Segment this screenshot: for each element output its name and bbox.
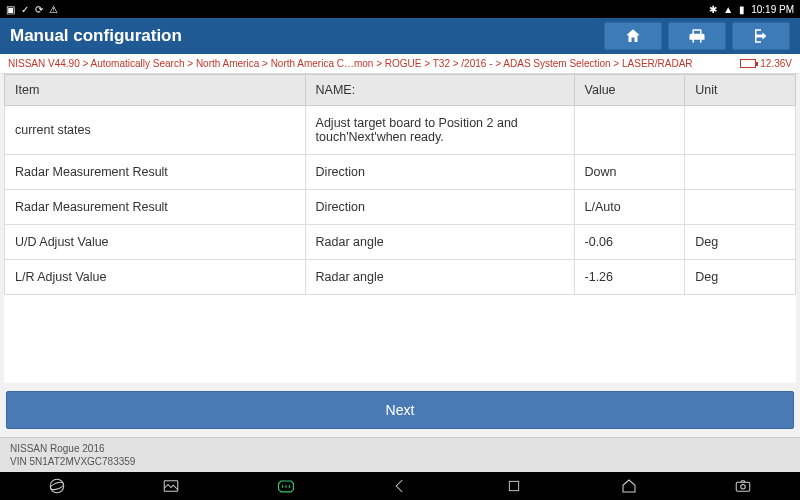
data-table-wrap: Item NAME: Value Unit current statesAdju… [4,74,796,383]
cell-item: current states [5,106,306,155]
nav-back-button[interactable] [389,475,411,497]
data-table: Item NAME: Value Unit current statesAdju… [4,74,796,295]
cell-item: U/D Adjust Value [5,225,306,260]
cell-value: -1.26 [574,260,685,295]
app-window: Manual configuration NISSAN V44.90 > Aut… [0,18,800,472]
cell-name: Adjust target board to Position 2 and to… [305,106,574,155]
print-button[interactable] [668,22,726,50]
page-title: Manual configuration [10,26,182,46]
title-bar: Manual configuration [0,18,800,54]
cell-value: L/Auto [574,190,685,225]
nav-home-button[interactable] [618,475,640,497]
table-row: L/R Adjust ValueRadar angle-1.26Deg [5,260,796,295]
cell-unit [685,106,796,155]
col-header-item: Item [5,75,306,106]
button-row: Next [0,383,800,437]
home-button[interactable] [604,22,662,50]
square-icon [506,478,522,494]
warning-icon: ⚠ [49,4,58,15]
col-header-unit: Unit [685,75,796,106]
cell-value [574,106,685,155]
col-header-name: NAME: [305,75,574,106]
print-icon [688,27,706,45]
check-icon: ✓ [21,4,29,15]
cell-value: -0.06 [574,225,685,260]
battery-outline-icon [740,59,756,68]
globe-icon [48,477,66,495]
cell-item: Radar Measurement Result [5,190,306,225]
cell-value: Down [574,155,685,190]
exit-button[interactable] [732,22,790,50]
footer-info: NISSAN Rogue 2016 VIN 5N1AT2MVXGC783359 [0,437,800,472]
cell-name: Radar angle [305,260,574,295]
nav-diagnostic-button[interactable] [275,475,297,497]
breadcrumb: NISSAN V44.90 > Automatically Search > N… [0,54,800,74]
table-row: Radar Measurement ResultDirectionDown [5,155,796,190]
vci-icon [276,478,296,494]
back-icon [391,477,409,495]
voltage-indicator: 12.36V [740,58,792,69]
clock: 10:19 PM [751,4,794,15]
android-nav-bar [0,472,800,500]
footer-vehicle: NISSAN Rogue 2016 [10,442,790,455]
nav-gallery-button[interactable] [160,475,182,497]
svg-rect-4 [736,482,750,491]
cell-unit: Deg [685,225,796,260]
battery-icon: ▮ [739,4,745,15]
svg-point-5 [741,485,746,490]
svg-point-0 [50,479,64,493]
wifi-icon: ▲ [723,4,733,15]
cell-name: Direction [305,190,574,225]
cell-unit [685,190,796,225]
nav-camera-button[interactable] [732,475,754,497]
cell-item: L/R Adjust Value [5,260,306,295]
table-row: Radar Measurement ResultDirectionL/Auto [5,190,796,225]
cell-item: Radar Measurement Result [5,155,306,190]
image-icon [162,477,180,495]
screenshot-icon: ▣ [6,4,15,15]
table-row: current statesAdjust target board to Pos… [5,106,796,155]
cell-unit: Deg [685,260,796,295]
camera-icon [734,477,752,495]
footer-vin: VIN 5N1AT2MVXGC783359 [10,455,790,468]
voltage-value: 12.36V [760,58,792,69]
table-row: U/D Adjust ValueRadar angle-0.06Deg [5,225,796,260]
col-header-value: Value [574,75,685,106]
cell-name: Radar angle [305,225,574,260]
nav-recent-button[interactable] [503,475,525,497]
home-icon [624,27,642,45]
breadcrumb-path: NISSAN V44.90 > Automatically Search > N… [8,58,693,69]
cell-name: Direction [305,155,574,190]
home-outline-icon [620,477,638,495]
nav-browser-button[interactable] [46,475,68,497]
exit-icon [752,27,770,45]
next-button[interactable]: Next [6,391,794,429]
bluetooth-icon: ✱ [709,4,717,15]
sync-icon: ⟳ [35,4,43,15]
cell-unit [685,155,796,190]
svg-rect-3 [510,481,519,490]
android-status-bar: ▣ ✓ ⟳ ⚠ ✱ ▲ ▮ 10:19 PM [0,0,800,18]
